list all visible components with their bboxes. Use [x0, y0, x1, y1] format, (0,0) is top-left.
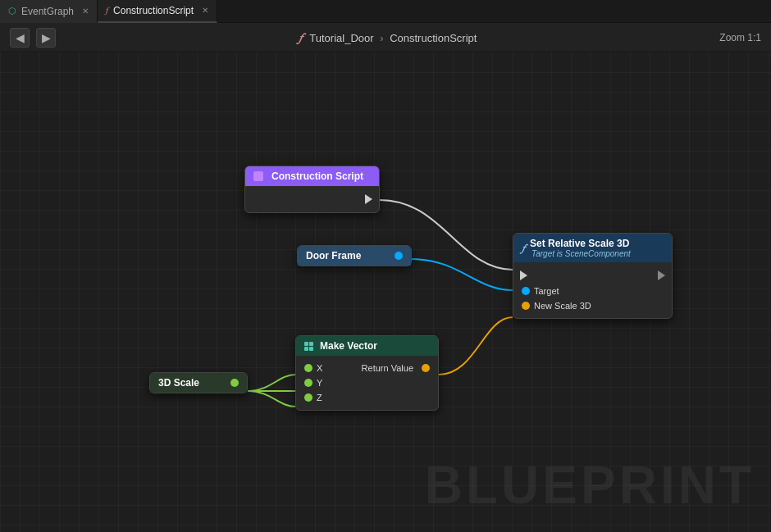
breadcrumb-project: Tutorial_Door [309, 32, 373, 44]
setscale-target-pin [522, 287, 530, 295]
cs-exec-out [245, 191, 379, 207]
makevector-body: X Return Value Y Z [296, 356, 438, 410]
makevector-z-label: Z [317, 393, 322, 402]
node-3dscale-header: 3D Scale [150, 373, 247, 393]
makevector-y-label: Y [317, 378, 322, 388]
makevector-grid-icon [304, 342, 313, 351]
node-makevector-header: Make Vector [296, 336, 438, 356]
node-set-relative-scale[interactable]: 𝑓 Set Relative Scale 3D Target is SceneC… [513, 233, 673, 319]
makevector-y-pin [304, 379, 313, 387]
node-doorframe-header: Door Frame [298, 246, 411, 266]
tab-bar: ⬡ EventGraph ✕ 𝑓 ConstructionScript ✕ [0, 0, 771, 23]
setscale-target-label: Target [534, 286, 559, 296]
setscale-subtitle: Target is SceneComponent [531, 249, 631, 258]
node-setscale-header: 𝑓 Set Relative Scale 3D Target is SceneC… [513, 234, 672, 262]
node-3dscale-title: 3D Scale [158, 377, 199, 389]
makevector-z-row: Z [296, 390, 438, 405]
setscale-title-group: Set Relative Scale 3D Target is SceneCom… [530, 238, 631, 258]
exec-out-pin [365, 194, 372, 204]
tab-eventgraph[interactable]: ⬡ EventGraph ✕ [0, 0, 98, 23]
makevector-return-pin [422, 364, 430, 372]
node-make-vector[interactable]: Make Vector X Return Value Y Z [295, 335, 439, 411]
setscale-func-icon: 𝑓 [522, 242, 525, 255]
tab-eventgraph-label: EventGraph [21, 6, 74, 17]
node-construction-script[interactable]: Construction Script [244, 166, 380, 213]
forward-button[interactable]: ▶ [36, 28, 56, 48]
tab-constructionscript-label: ConstructionScript [113, 5, 194, 16]
makevector-x-row: X Return Value [296, 361, 438, 375]
canvas[interactable]: Construction Script Door Frame 𝑓 Set Rel… [0, 52, 771, 532]
setscale-newscale-label: New Scale 3D [534, 301, 591, 311]
3dscale-out-pin [230, 379, 239, 387]
makevector-return-label: Return Value [362, 363, 413, 373]
watermark: BLUEPRINT [425, 455, 755, 516]
cs-icon: 𝑓 [106, 5, 108, 16]
node-cs-title: Construction Script [271, 171, 363, 182]
cs-node-icon [253, 171, 263, 181]
tab-constructionscript-close[interactable]: ✕ [202, 6, 208, 15]
makevector-z-pin [304, 393, 313, 402]
func-icon: 𝑓 [299, 30, 302, 44]
makevector-x-pin [304, 364, 313, 372]
makevector-y-row: Y [296, 375, 438, 390]
makevector-x-label: X [317, 363, 322, 373]
setscale-newscale-row: New Scale 3D [513, 298, 672, 313]
node-doorframe-title: Door Frame [306, 250, 361, 261]
back-button[interactable]: ◀ [10, 28, 30, 48]
zoom-label: Zoom 1:1 [719, 32, 761, 43]
node-3d-scale[interactable]: 3D Scale [149, 372, 248, 393]
node-cs-header: Construction Script [245, 166, 379, 186]
breadcrumb: 𝑓 Tutorial_Door › ConstructionScript [62, 30, 713, 45]
breadcrumb-script: ConstructionScript [390, 32, 477, 44]
setscale-target-row: Target [513, 284, 672, 298]
setscale-exec-row [513, 267, 672, 284]
setscale-exec-out [658, 271, 665, 280]
tab-eventgraph-close[interactable]: ✕ [82, 7, 89, 16]
setscale-body: Target New Scale 3D [513, 262, 672, 318]
setscale-newscale-pin [522, 302, 530, 310]
event-icon: ⬡ [8, 6, 16, 16]
tab-constructionscript[interactable]: 𝑓 ConstructionScript ✕ [98, 0, 217, 23]
breadcrumb-separator: › [380, 32, 386, 44]
setscale-title: Set Relative Scale 3D [530, 238, 631, 249]
setscale-exec-in [520, 271, 527, 280]
node-cs-body [245, 186, 379, 212]
toolbar: ◀ ▶ 𝑓 Tutorial_Door › ConstructionScript… [0, 23, 771, 52]
node-door-frame[interactable]: Door Frame [297, 245, 412, 266]
node-makevector-title: Make Vector [320, 340, 377, 352]
doorframe-out-pin [395, 252, 403, 260]
